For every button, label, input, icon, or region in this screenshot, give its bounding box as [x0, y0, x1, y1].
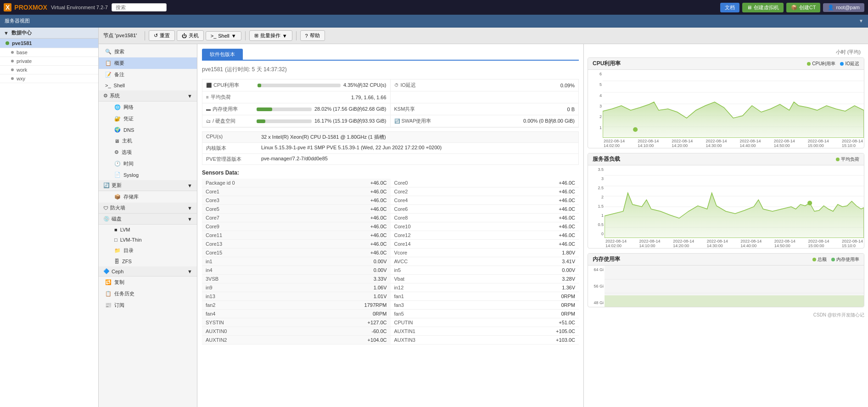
system-label: 系统 — [110, 92, 120, 99]
vm-private-label: private — [17, 58, 32, 64]
tab-software[interactable]: 软件包版本 — [202, 49, 243, 60]
left-nav-disk-header[interactable]: 💿 磁盘 ▼ — [99, 214, 197, 225]
cpu-legend-label: CPU利用率 — [812, 61, 835, 67]
user-icon: 👤 — [828, 5, 834, 11]
create-ct-button[interactable]: 📦 创建CT — [786, 3, 821, 12]
docs-button[interactable]: 文档 — [720, 3, 739, 12]
left-nav-zfs[interactable]: 🗄 ZFS — [108, 256, 197, 266]
sensor-row-13-left: in13 1.01V — [202, 292, 391, 301]
mem-progress-fill — [257, 107, 272, 111]
left-nav-task-history[interactable]: 📋 任务历史 — [99, 288, 197, 300]
dns-label: DNS — [123, 127, 134, 133]
load-chart-svg-container — [605, 165, 864, 238]
left-nav-update-header[interactable]: 🔄 更新 ▼ — [99, 180, 197, 191]
server-load-chart-title: 服务器负载 — [593, 155, 620, 163]
user-button[interactable]: 👤 root@pam — [823, 3, 864, 12]
mem-total-label: 总额 — [818, 256, 827, 263]
update-label: 更新 — [112, 182, 122, 189]
sensor-row-10-right: in5 0.00V — [391, 266, 579, 275]
disk-label: 磁盘 — [112, 215, 122, 222]
sensor-value-0-right: +46.0C — [559, 180, 575, 186]
restart-icon: ↺ — [154, 33, 158, 39]
left-nav-syslog[interactable]: 📄 Syslog — [108, 170, 197, 180]
ksm-row: KSM共享 0 B — [391, 103, 579, 115]
cpu-y-axis: 6 5 4 3 2 1 — [588, 70, 603, 138]
kernel-label: 内核版本 — [206, 145, 261, 152]
batch-button[interactable]: ⊞ 批量操作 ▼ — [249, 30, 292, 41]
sidebar-vm-work[interactable]: work — [0, 66, 98, 74]
ceph-icon: 🔷 — [103, 268, 110, 274]
sidebar-vm-base[interactable]: base — [0, 48, 98, 57]
search-label: 搜索 — [114, 48, 124, 55]
sidebar-dc-header[interactable]: ▼ 数据中心 — [0, 28, 98, 39]
left-nav-summary[interactable]: 📋 概要 — [99, 57, 197, 69]
restart-label: 重置 — [160, 32, 170, 39]
left-nav-firewall-header[interactable]: 🛡 防火墙 ▼ — [99, 203, 197, 214]
create-vm-button[interactable]: 🖥 创建虚拟机 — [742, 3, 784, 12]
sensor-value-0-left: +46.0C — [370, 180, 387, 186]
update-arrow-icon: ▼ — [187, 183, 192, 188]
left-nav-shell[interactable]: >_ Shell — [99, 80, 197, 90]
directory-icon: 📁 — [114, 248, 121, 254]
shell-button[interactable]: >_ Shell ▼ — [206, 31, 241, 40]
left-nav-storage-repo[interactable]: 📦 存储库 — [108, 191, 197, 203]
avg-load-icon: ≡ — [206, 95, 209, 100]
left-nav-subscription[interactable]: 📰 订阅 — [99, 300, 197, 311]
help-button[interactable]: ? 帮助 — [300, 30, 325, 41]
toolbar-sep3 — [296, 31, 297, 40]
directory-label: 目录 — [123, 247, 134, 254]
cpu-progress-fill — [258, 84, 261, 87]
mem-label: 内存使用率 — [213, 106, 254, 113]
left-nav-system-header[interactable]: ⚙ 系统 ▼ — [99, 90, 197, 102]
restart-button[interactable]: ↺ 重置 — [149, 30, 175, 41]
left-nav-lvm-thin[interactable]: □ LVM-Thin — [108, 235, 197, 245]
left-nav-directory[interactable]: 📁 目录 — [108, 245, 197, 256]
sidebar-vm-wxy[interactable]: wxy — [0, 74, 98, 83]
search-icon: 🔍 — [105, 49, 112, 55]
csdn-watermark: CSDN @软件开发随心记 — [588, 312, 864, 318]
task-history-icon: 📋 — [105, 291, 112, 297]
charts-panel: 小时 (平均) CPU利用率 CPU利用率 IO延迟 — [583, 44, 868, 407]
pve-manager-value: pve-manager/7.2-7/d0dd0e85 — [261, 156, 328, 163]
left-nav-host[interactable]: 🖥 主机 — [108, 135, 197, 147]
sensor-row-8-right: Vcore 1.80V — [391, 249, 579, 257]
search-input[interactable] — [112, 3, 167, 11]
io-delay-icon: ⏱ — [394, 83, 399, 88]
sensor-row-18-right: AUXTIN3 +103.0C — [391, 336, 579, 345]
sensor-row-1-right: Core2 +46.0C — [391, 187, 579, 196]
service-bar: 服务器视图 ▼ — [0, 15, 868, 28]
lvm-thin-icon: □ — [114, 237, 118, 243]
main-content: 软件包版本 pve1581 (运行时间: 5 天 14:37:32) ⬛ CPU… — [197, 44, 583, 407]
shutdown-button[interactable]: ⏻ 关机 — [177, 30, 204, 41]
left-nav-lvm[interactable]: ■ LVM — [108, 225, 197, 235]
sensor-row-1-left: Core1 +46.0C — [202, 187, 391, 196]
sensor-row-17-right: AUXTIN1 +105.0C — [391, 327, 579, 336]
left-nav-replication[interactable]: 🔁 复制 — [99, 277, 197, 288]
sensor-row-5-left: Core9 +46.0C — [202, 222, 391, 231]
sidebar-node[interactable]: pve1581 — [0, 39, 98, 48]
sensors-grid: Package id 0 +46.0C Core0 +46.0C Core1 +… — [202, 179, 579, 345]
kernel-value: Linux 5.15.39-1-pve #1 SMP PVE 5.15.39-1… — [261, 145, 442, 152]
chart-time-header: 小时 (平均) — [588, 48, 864, 57]
left-nav-ceph-header[interactable]: 🔷 Ceph ▼ — [99, 266, 197, 277]
cpu-util-icon: ⬛ — [206, 83, 212, 88]
left-nav-network[interactable]: 🌐 网络 — [108, 102, 197, 113]
server-load-chart-section: 服务器负载 平均负荷 3.5 3 2.5 — [588, 153, 864, 249]
sensors-title: Sensors Data: — [202, 170, 579, 176]
vm-base-label: base — [17, 50, 28, 55]
left-nav-time[interactable]: 🕐 时间 — [108, 158, 197, 170]
left-nav-search[interactable]: 🔍 搜索 — [99, 46, 197, 57]
vm-private-dot — [11, 60, 14, 62]
mem-icon: ▬ — [206, 107, 211, 112]
left-nav-notes[interactable]: 📝 备注 — [99, 69, 197, 80]
sidebar-vm-private[interactable]: private — [0, 57, 98, 66]
load-legend-label: 平均负荷 — [841, 156, 859, 163]
left-nav-cert[interactable]: 🔐 凭证 — [108, 113, 197, 124]
swap-row: 🔃 SWAP使用率 0.00% (0 B的8.00 GiB) — [391, 115, 579, 127]
left-nav-dns[interactable]: 🌍 DNS — [108, 124, 197, 135]
swap-label: SWAP使用率 — [402, 118, 438, 124]
cpu-chart-svg — [603, 70, 864, 138]
left-nav-options[interactable]: ⚙ 选项 — [108, 147, 197, 158]
node-header-title: 节点 'pve1581' — [103, 32, 137, 39]
info-grid: ⬛ CPU利用率 4.35%的32 CPU(s) ⏱ IO延迟 0.09% — [202, 79, 579, 128]
